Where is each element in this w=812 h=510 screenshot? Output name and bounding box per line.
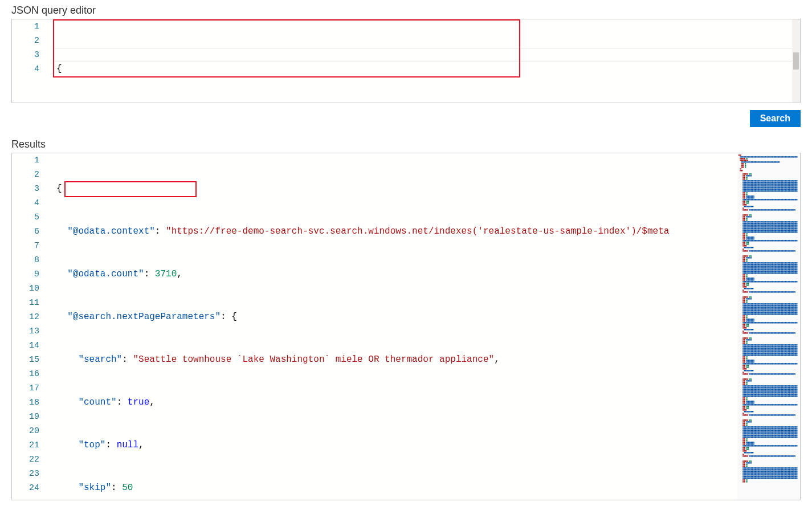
results-panel: 1 2 3 4 5 6 7 8 9 10 11 12 13 14 15 16 1… — [11, 153, 801, 500]
scroll-thumb[interactable] — [793, 52, 799, 70]
query-editor-title: JSON query editor — [11, 0, 801, 19]
search-button[interactable]: Search — [750, 110, 801, 127]
results-editor[interactable]: 1 2 3 4 5 6 7 8 9 10 11 12 13 14 15 16 1… — [12, 153, 800, 500]
results-minimap[interactable]: ████ ███████████████████████████████████… — [737, 153, 800, 500]
query-editor-panel: 1 2 3 4 { "search": "Seattle townhouse `… — [11, 19, 801, 103]
results-line-gutter: 1 2 3 4 5 6 7 8 9 10 11 12 13 14 15 16 1… — [12, 153, 53, 500]
results-code-area[interactable]: { "@odata.context": "https://free-demo-s… — [53, 153, 800, 500]
query-line-gutter: 1 2 3 4 — [12, 19, 53, 103]
query-editor[interactable]: 1 2 3 4 { "search": "Seattle townhouse `… — [12, 19, 800, 103]
query-scrollbar[interactable] — [792, 19, 800, 103]
results-title: Results — [11, 134, 801, 153]
action-bar: Search — [11, 110, 801, 127]
query-code-area[interactable]: { "search": "Seattle townhouse `Lake Was… — [53, 19, 800, 103]
